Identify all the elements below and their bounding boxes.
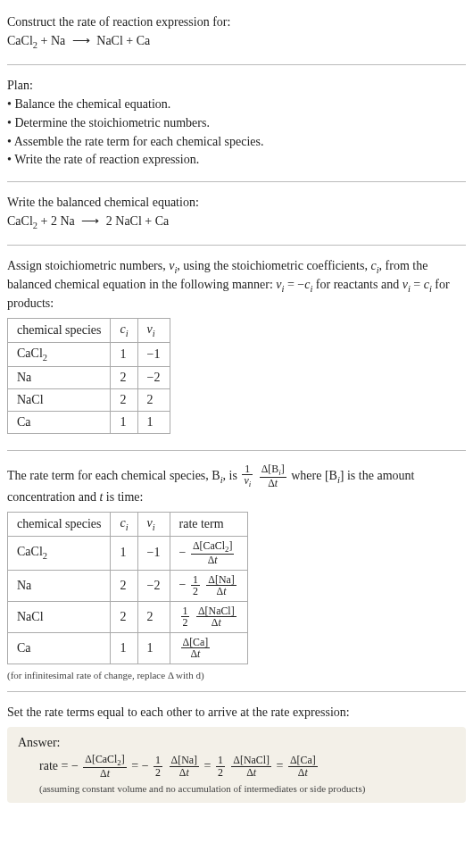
table-row: Na 2 −2 − 12 Δ[Na]Δt [8,570,248,601]
divider [7,181,466,182]
fraction: Δ[NaCl]Δt [231,755,271,778]
table-row: Ca 1 1 Δ[Ca]Δt [8,632,248,664]
reaction-arrow-icon: ⟶ [78,214,103,228]
answer-box: Answer: rate = − Δ[CaCl2] Δt = − 12 Δ[Na… [7,727,466,803]
col-nu: νi [137,319,170,343]
plan-section: Plan: • Balance the chemical equation. •… [7,69,466,178]
reaction-arrow-icon: ⟶ [69,34,94,47]
col-c: ci [111,512,137,536]
balanced-intro: Write the balanced chemical equation: [7,195,466,212]
fraction: 12 [191,574,200,597]
fraction: Δ[CaCl2] Δt [191,540,234,566]
assign-text: Assign stoichiometric numbers, νi, using… [7,258,466,313]
plan-title: Plan: [7,78,466,95]
table-header-row: chemical species ci νi [8,319,170,343]
unbalanced-equation: CaCl2 + Na ⟶ NaCl + Ca [7,33,466,52]
stoichiometry-table: chemical species ci νi CaCl2 1 −1 Na 2 −… [7,318,170,434]
fraction: Δ[Ca]Δt [181,637,211,660]
fraction: Δ[NaCl]Δt [196,605,236,629]
divider [7,64,466,65]
col-rate-term: rate term [170,512,247,536]
table-row: CaCl2 1 −1 − Δ[CaCl2] Δt [8,536,248,570]
plan-bullet: • Determine the stoichiometric numbers. [7,115,466,132]
products: 2 NaCl + Ca [106,214,170,228]
final-intro: Set the rate terms equal to each other t… [7,705,466,722]
prompt-line: Construct the rate of reaction expressio… [7,14,466,31]
fraction: 1 νi [242,463,253,489]
plan-bullet: • Balance the chemical equation. [7,96,466,113]
rate-intro-text: The rate term for each chemical species,… [7,463,466,506]
table-header-row: chemical species ci νi rate term [8,512,248,536]
reactant-cacl2: CaCl2 [7,34,37,47]
answer-label: Answer: [18,736,455,750]
col-c: ci [111,319,137,343]
rate-expression: rate = − Δ[CaCl2] Δt = − 12 Δ[Na]Δt = 12… [39,754,455,780]
fraction: Δ[Bi] Δt [260,463,286,489]
table-row: NaCl 2 2 12 Δ[NaCl]Δt [8,601,248,632]
table-row: Na 2 −2 [8,366,170,388]
table-footnote: (for infinitesimal rate of change, repla… [7,670,466,680]
fraction: Δ[Na]Δt [206,574,236,597]
divider [7,691,466,692]
balanced-section: Write the balanced chemical equation: Ca… [7,186,466,241]
answer-footnote: (assuming constant volume and no accumul… [39,783,455,794]
plan-bullet: • Write the rate of reaction expression. [7,152,466,169]
fraction: Δ[Na]Δt [170,755,199,778]
table-row: Ca 1 1 [8,411,170,433]
rate-term-table: chemical species ci νi rate term CaCl2 1… [7,512,248,664]
fraction: 12 [154,755,162,778]
table-row: NaCl 2 2 [8,388,170,411]
final-section: Set the rate terms equal to each other t… [7,696,466,810]
col-nu: νi [137,512,170,536]
fraction: Δ[CaCl2] Δt [83,754,126,780]
rate-term-section: The rate term for each chemical species,… [7,455,466,688]
col-species: chemical species [8,319,111,343]
balanced-equation: CaCl2 + 2 Na ⟶ 2 NaCl + Ca [7,213,466,232]
products: NaCl + Ca [96,34,150,47]
header-section: Construct the rate of reaction expressio… [7,5,466,61]
assign-section: Assign stoichiometric numbers, νi, using… [7,249,466,446]
plan-bullet: • Assemble the rate term for each chemic… [7,134,466,151]
divider [7,245,466,246]
fraction: 12 [216,755,225,778]
fraction: 12 [181,605,190,629]
divider [7,450,466,451]
table-row: CaCl2 1 −1 [8,342,170,366]
fraction: Δ[Ca]Δt [288,755,318,778]
col-species: chemical species [8,512,111,536]
reactant-cacl2: CaCl2 [7,214,37,228]
